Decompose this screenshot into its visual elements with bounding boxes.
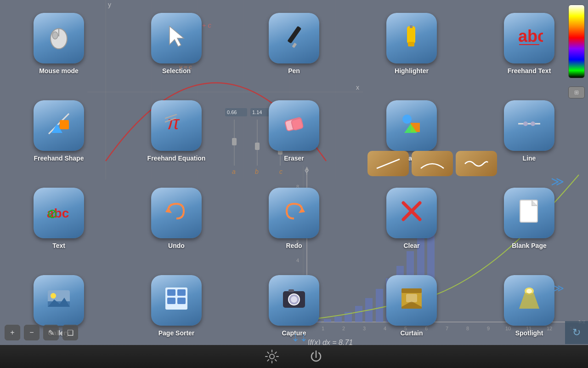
shapes-row	[368, 151, 497, 176]
tool-cell-page-sorter[interactable]: Page Sorter	[118, 262, 235, 350]
svg-rect-110	[177, 298, 186, 304]
tool-label-line: Line	[523, 155, 536, 162]
tool-label-selection: Selection	[162, 67, 191, 75]
tool-cell-freehand-shape[interactable]: Freehand Shape	[0, 87, 118, 175]
tool-icon-freehand-shape	[34, 100, 84, 151]
right-arrow-icon[interactable]: ≫	[551, 174, 564, 189]
tool-label-freehand-text: Freehand Text	[508, 67, 551, 75]
tool-cell-clear[interactable]: Clear	[353, 175, 470, 262]
tool-label-page-sorter: Page Sorter	[158, 329, 195, 337]
svg-rect-116	[401, 288, 422, 293]
remove-page-button[interactable]: −	[24, 325, 40, 340]
tool-icon-capture	[269, 275, 319, 326]
svg-text:abc: abc	[518, 27, 543, 46]
tool-icon-eraser	[269, 100, 319, 151]
tool-icon-line	[504, 100, 554, 151]
tool-icon-curtain	[386, 275, 437, 326]
tool-cell-freehand-equation[interactable]: πFreehand Equation	[118, 87, 235, 175]
svg-rect-87	[291, 118, 304, 131]
tool-icon-blank-page	[504, 188, 554, 238]
color-picker[interactable]	[568, 5, 585, 78]
tool-cell-undo[interactable]: Undo	[118, 175, 235, 262]
svg-rect-73	[287, 26, 301, 44]
svg-marker-120	[519, 293, 539, 309]
tool-cell-eraser[interactable]: Eraser	[235, 87, 353, 175]
tool-icon-inner-mouse-mode	[45, 23, 73, 54]
svg-point-121	[526, 289, 532, 293]
tool-icon-freehand-text: abc	[504, 13, 554, 63]
tool-cell-highlighter[interactable]: Highlighter	[353, 0, 470, 87]
tool-icon-inner-highlighter	[398, 23, 425, 54]
settings-button[interactable]	[264, 348, 280, 365]
tool-icon-inner-text: abc	[45, 197, 73, 229]
tool-icon-inner-blank-page	[515, 197, 543, 229]
tool-cell-mouse-mode[interactable]: Mouse mode	[0, 0, 118, 87]
tool-icon-freehand-equation: π	[151, 100, 202, 151]
tool-icon-selection	[151, 13, 202, 63]
tool-cell-selection[interactable]: Selection	[118, 0, 235, 87]
svg-rect-118	[406, 294, 417, 302]
svg-point-71	[52, 32, 58, 39]
tool-icon-inner-gallery	[45, 285, 73, 316]
tool-icon-inner-shapes	[398, 110, 425, 141]
tool-label-text: Text	[52, 242, 65, 249]
color-value-display[interactable]: ⊞	[568, 86, 585, 98]
svg-point-123	[270, 354, 274, 359]
tool-icon-inner-freehand-equation: π	[163, 110, 190, 141]
svg-rect-109	[167, 298, 175, 304]
tool-icon-inner-redo	[280, 197, 308, 229]
tool-icon-shapes	[386, 100, 437, 151]
tool-cell-curtain[interactable]: Curtain	[353, 262, 470, 350]
add-page-button[interactable]: +	[5, 325, 20, 340]
tool-label-spotlight: Spotlight	[515, 329, 543, 337]
tool-label-redo: Redo	[286, 242, 302, 249]
tool-icon-pen	[269, 13, 319, 63]
copy-button[interactable]: ❏	[62, 325, 78, 340]
tool-icon-inner-eraser	[280, 110, 308, 141]
tool-cell-text[interactable]: abcText	[0, 175, 118, 262]
bottom-right-arrow-icon[interactable]: ≫	[554, 282, 564, 294]
tool-label-clear: Clear	[403, 242, 419, 249]
power-button[interactable]	[308, 348, 324, 365]
tool-icon-inner-page-sorter	[163, 285, 190, 316]
shape-option-diagonal[interactable]	[368, 151, 409, 176]
tool-cell-pen[interactable]: Pen	[235, 0, 353, 87]
tool-icon-text: abc	[34, 188, 84, 238]
svg-point-88	[402, 115, 412, 124]
tool-label-undo: Undo	[168, 242, 185, 249]
tool-icon-inner-freehand-text: abc	[515, 23, 543, 54]
svg-rect-114	[288, 289, 294, 292]
left-sidebar: + − ✎ ❏	[0, 321, 96, 344]
svg-rect-108	[177, 289, 186, 296]
tool-icon-highlighter	[386, 13, 437, 63]
tool-icon-inner-clear	[398, 197, 425, 229]
bottom-arrows-icon[interactable]: ⇣⇣	[291, 332, 308, 344]
tool-icon-inner-undo	[163, 197, 190, 229]
tool-icon-redo	[269, 188, 319, 238]
tool-icon-inner-spotlight	[515, 285, 543, 316]
svg-point-92	[523, 121, 528, 126]
tool-cell-redo[interactable]: Redo	[235, 175, 353, 262]
tool-icon-inner-line	[515, 110, 543, 141]
svg-line-122	[377, 159, 400, 168]
tool-label-eraser: Eraser	[284, 155, 304, 162]
shape-option-wave[interactable]	[456, 151, 497, 176]
tool-icon-gallery	[34, 275, 84, 326]
tool-label-highlighter: Highlighter	[395, 67, 429, 75]
svg-rect-107	[167, 289, 175, 296]
tool-icon-inner-freehand-shape	[45, 110, 73, 141]
svg-rect-76	[408, 42, 414, 46]
tool-icon-inner-pen	[280, 23, 308, 54]
tool-label-mouse-mode: Mouse mode	[39, 67, 79, 75]
tool-label-freehand-shape: Freehand Shape	[34, 155, 84, 162]
tool-label-pen: Pen	[288, 67, 300, 75]
bottom-bar	[0, 345, 588, 368]
tool-grid: Mouse modeSelectionPenHighlighterabcFree…	[0, 0, 588, 350]
svg-rect-81	[60, 120, 69, 129]
tool-icon-spotlight	[504, 275, 554, 326]
edit-button[interactable]: ✎	[43, 325, 59, 340]
tool-label-freehand-equation: Freehand Equation	[147, 155, 206, 162]
svg-marker-72	[170, 26, 184, 46]
shape-option-curve[interactable]	[412, 151, 453, 176]
tool-icon-inner-curtain	[398, 285, 425, 316]
